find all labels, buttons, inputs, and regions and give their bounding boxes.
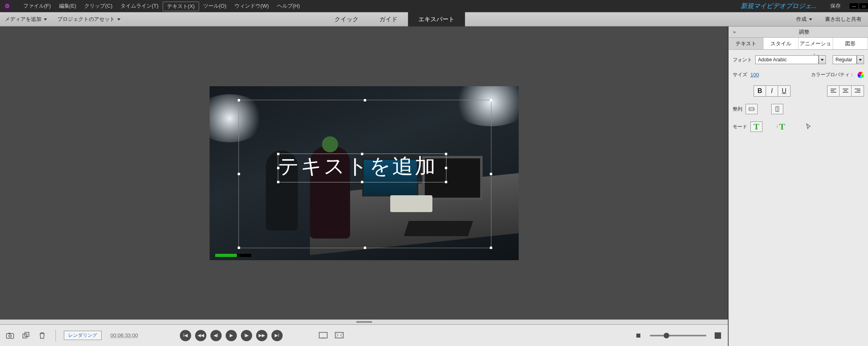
preview-stage[interactable]: テキストを追加	[0, 26, 728, 320]
safe-margins-button[interactable]	[318, 330, 328, 341]
create-dropdown[interactable]: 作成	[790, 16, 819, 23]
chevron-down-icon	[44, 18, 47, 20]
app-logo-icon	[2, 1, 12, 11]
chevron-down-icon	[859, 59, 862, 61]
export-label: 書き出しと共有	[825, 16, 862, 23]
trash-button[interactable]	[37, 330, 47, 341]
timecode-display[interactable]: 00;06;33;00	[110, 332, 138, 338]
mode-expert[interactable]: エキスパート	[408, 12, 465, 26]
bold-button[interactable]: B	[754, 86, 766, 96]
color-picker-button[interactable]	[858, 72, 864, 78]
add-media-label: メディアを追加	[5, 16, 41, 23]
selection-tool-button[interactable]	[806, 123, 812, 130]
zoom-out-small-icon[interactable]	[633, 330, 644, 341]
project-name: 新規マイビデオプロジェ...	[733, 2, 825, 10]
render-button[interactable]: レンダリング	[64, 331, 102, 340]
menu-timeline[interactable]: タイムライン(T)	[116, 0, 163, 12]
save-button[interactable]: 保存	[825, 2, 846, 10]
menu-window[interactable]: ウィンドウ(W)	[230, 0, 273, 12]
align-horizontal-button[interactable]	[746, 104, 758, 114]
control-bar: レンダリング 00;06;33;00 I◀ ◀◀ ◀I ▶ I▶ ▶▶ ▶I	[0, 324, 728, 346]
menu-file[interactable]: ファイル(F)	[19, 0, 55, 12]
adjust-panel: » 調整 テキスト スタイル アニメーション 図形 フォント Adobe Ara…	[728, 26, 868, 346]
fullscreen-button[interactable]	[334, 330, 344, 341]
svg-rect-2	[6, 334, 14, 338]
chevron-down-icon	[821, 59, 824, 61]
create-label: 作成	[796, 16, 807, 23]
font-weight-select[interactable]: Regular	[833, 55, 857, 64]
svg-rect-4	[8, 333, 10, 334]
zoom-slider-thumb[interactable]	[664, 333, 669, 338]
main-area: テキストを追加 レンダリング 00;	[0, 26, 868, 346]
freeze-frame-button[interactable]	[21, 330, 31, 341]
vertical-type-button[interactable]: T↓	[776, 121, 788, 132]
svg-rect-9	[636, 334, 640, 338]
play-button[interactable]: ▶	[226, 330, 237, 341]
goto-end-button[interactable]: ▶I	[271, 330, 283, 341]
font-size-input[interactable]: 100	[750, 72, 764, 78]
color-props-label: カラープロパティ：	[811, 71, 854, 78]
menu-help[interactable]: ヘルプ(H)	[273, 0, 304, 12]
secondary-bar: メディアを追加 プロジェクトのアセット クイック ガイド エキスパート 作成 書…	[0, 12, 868, 26]
step-fwd-button[interactable]: I▶	[241, 330, 252, 341]
horizontal-type-button[interactable]: T	[750, 121, 762, 132]
zoom-slider[interactable]	[650, 335, 706, 336]
project-assets-label: プロジェクトのアセット	[57, 16, 115, 23]
align-vertical-button[interactable]	[771, 104, 783, 114]
menu-edit[interactable]: 編集(E)	[55, 0, 80, 12]
chevron-down-icon	[117, 18, 120, 20]
maximize-button[interactable]: ▭	[859, 3, 868, 9]
minimize-button[interactable]: —	[850, 3, 858, 9]
svg-point-3	[9, 335, 11, 337]
align-right-button[interactable]	[852, 86, 864, 96]
font-label: フォント	[733, 57, 752, 63]
snapshot-button[interactable]	[5, 330, 15, 341]
tab-animation[interactable]: アニメーション	[799, 38, 833, 49]
menu-tools[interactable]: ツール(O)	[199, 0, 230, 12]
menubar: ファイル(F) 編集(E) クリップ(C) タイムライン(T) テキスト(X) …	[0, 0, 868, 12]
align-left-button[interactable]	[827, 86, 839, 96]
font-dropdown-button[interactable]	[819, 55, 826, 64]
weight-dropdown-button[interactable]	[857, 55, 864, 64]
prev-edit-button[interactable]: ◀◀	[195, 330, 206, 341]
minimap-icon	[215, 254, 251, 257]
panel-resize-handle[interactable]	[0, 320, 728, 324]
align-center-button[interactable]	[839, 86, 852, 96]
svg-rect-7	[319, 332, 327, 338]
svg-point-1	[7, 6, 8, 7]
tab-style[interactable]: スタイル	[764, 38, 799, 49]
goto-start-button[interactable]: I◀	[180, 330, 191, 341]
panel-collapse-button[interactable]: »	[729, 29, 740, 35]
align-label: 整列	[733, 106, 742, 113]
font-family-select[interactable]: Adobe Arabic	[755, 55, 819, 64]
project-assets-dropdown[interactable]: プロジェクトのアセット	[53, 16, 125, 23]
add-media-dropdown[interactable]: メディアを追加	[0, 16, 52, 23]
mode-guided[interactable]: ガイド	[369, 12, 408, 26]
underline-button[interactable]: U	[778, 86, 790, 96]
next-edit-button[interactable]: ▶▶	[256, 330, 267, 341]
menu-clip[interactable]: クリップ(C)	[80, 0, 116, 12]
menu-text[interactable]: テキスト(X)	[163, 2, 199, 11]
mode-label: モード	[733, 123, 747, 130]
text-bounding-box[interactable]	[278, 154, 446, 182]
zoom-in-large-icon[interactable]	[713, 330, 723, 341]
export-share-button[interactable]: 書き出しと共有	[819, 16, 868, 23]
stage-column: テキストを追加 レンダリング 00;	[0, 26, 728, 346]
panel-title: 調整	[740, 28, 868, 36]
step-back-button[interactable]: ◀I	[210, 330, 222, 341]
video-preview[interactable]: テキストを追加	[210, 86, 519, 260]
italic-button[interactable]: I	[766, 86, 778, 96]
tab-text[interactable]: テキスト	[729, 38, 764, 49]
mode-quick[interactable]: クイック	[324, 12, 369, 26]
tab-shape[interactable]: 図形	[833, 38, 868, 49]
svg-rect-8	[335, 332, 343, 338]
svg-rect-10	[715, 332, 721, 339]
size-label: サイズ	[733, 71, 747, 78]
chevron-down-icon	[809, 18, 812, 20]
